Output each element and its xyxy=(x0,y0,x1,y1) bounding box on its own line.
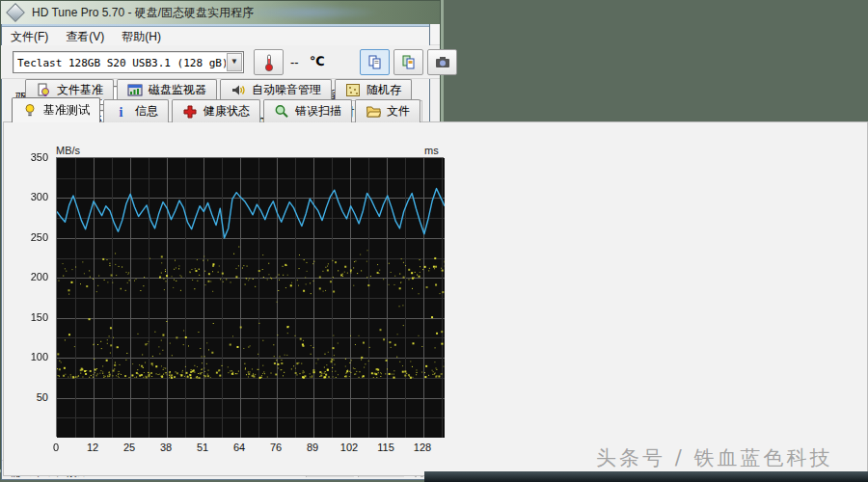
tab-文件[interactable]: 文件 xyxy=(355,99,420,122)
desktop: 无标题 - ATTO Disk Benchmark 汉化版 by 上帝之右手 —… xyxy=(0,0,868,482)
hdtune-app-icon xyxy=(6,3,25,22)
x-tick-label: 12 xyxy=(80,442,105,453)
tab-随机存[interactable]: 随机存 xyxy=(335,79,412,99)
x-tick-label: 64 xyxy=(227,442,252,453)
folder-icon-icon xyxy=(366,104,381,119)
tab-基准测试[interactable]: 基准测试 xyxy=(12,97,100,122)
x-tick-label: 115 xyxy=(373,442,398,453)
x-tick-label: 0 xyxy=(43,442,68,453)
y-tick-label: 300 xyxy=(19,191,48,202)
disk-monitor-icon-icon xyxy=(127,83,143,97)
temperature-unit: ℃ xyxy=(310,54,325,68)
x-tick-label: 38 xyxy=(153,442,178,453)
tab-健康状态[interactable]: 健康状态 xyxy=(172,99,260,122)
hdtune-toolbar: Teclast 128GB S20 USB3.1 (128 gB)▼ -- ℃ xyxy=(1,45,440,79)
benchmark-canvas xyxy=(57,158,445,438)
hdtune-window: HD Tune Pro 5.70 - 硬盘/固态硬盘实用程序 文件(F)帮助(H… xyxy=(0,0,441,469)
file-benchmark-icon-icon xyxy=(36,83,51,97)
hdtune-window-title: HD Tune Pro 5.70 - 硬盘/固态硬盘实用程序 xyxy=(32,5,254,21)
y-tick-label: 200 xyxy=(19,271,48,282)
tab-信息[interactable]: i信息 xyxy=(103,99,169,122)
tab-自动噪音管理[interactable]: 自动噪音管理 xyxy=(220,79,332,99)
copy-image-button[interactable] xyxy=(393,49,423,75)
hdtune-titlebar[interactable]: HD Tune Pro 5.70 - 硬盘/固态硬盘实用程序 xyxy=(1,1,440,24)
tab-磁盘监视器[interactable]: 磁盘监视器 xyxy=(117,79,217,99)
copy-text-button[interactable] xyxy=(360,49,390,75)
y-tick-label: 50 xyxy=(19,391,48,403)
benchmark-tab-content: MB/s ms 50100150200250300350 01225385164… xyxy=(3,121,868,476)
benchmark-bulb-icon-icon xyxy=(22,103,38,118)
right-axis-unit: ms xyxy=(424,145,439,156)
hdtune-tabs-row2: 基准测试i信息健康状态错误扫描文件 xyxy=(0,99,868,122)
tab-文件基准[interactable]: 文件基准 xyxy=(25,79,114,99)
aam-speaker-icon-icon xyxy=(231,83,246,97)
x-tick-label: 25 xyxy=(117,442,142,453)
copy-image-icon xyxy=(401,55,417,69)
temperature-button[interactable] xyxy=(254,49,284,75)
y-tick-label: 350 xyxy=(19,151,48,163)
x-tick-label: 128 xyxy=(410,442,435,453)
tab-错误扫描[interactable]: 错误扫描 xyxy=(263,99,352,122)
hdtune-tabs-row1: 文件基准磁盘监视器自动噪音管理随机存 xyxy=(0,79,868,99)
info-icon-icon: i xyxy=(114,104,129,119)
error-scan-icon-icon xyxy=(274,104,289,119)
temperature-value: -- xyxy=(290,55,299,69)
taskbar-strip xyxy=(424,471,868,482)
chevron-down-icon[interactable]: ▼ xyxy=(227,53,242,71)
health-cross-icon-icon xyxy=(182,104,198,119)
x-tick-label: 76 xyxy=(263,442,288,453)
thermometer-icon xyxy=(263,53,275,72)
drive-selector[interactable]: Teclast 128GB S20 USB3.1 (128 gB)▼ xyxy=(13,51,244,73)
screenshot-button[interactable] xyxy=(427,49,457,75)
x-tick-label: 51 xyxy=(190,442,215,453)
watermark-text: 头条号 / 铁血蓝色科技 xyxy=(596,444,832,471)
y-tick-label: 250 xyxy=(19,231,48,243)
x-tick-label: 89 xyxy=(300,442,325,453)
random-access-icon-icon xyxy=(345,83,361,97)
copy-text-icon xyxy=(367,55,383,69)
svg-text:i: i xyxy=(120,105,123,119)
x-tick-label: 102 xyxy=(337,442,362,453)
left-axis-unit: MB/s xyxy=(56,145,80,156)
y-tick-label: 150 xyxy=(19,311,48,323)
y-tick-label: 100 xyxy=(19,351,48,362)
screenshot-icon xyxy=(435,55,450,69)
benchmark-plot xyxy=(56,157,444,437)
